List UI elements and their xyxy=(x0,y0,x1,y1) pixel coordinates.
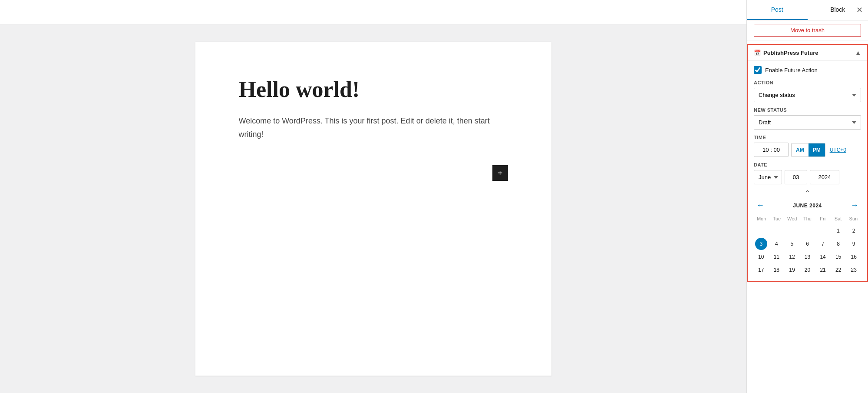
month-select[interactable]: June xyxy=(754,170,782,184)
day-input[interactable] xyxy=(785,170,807,184)
calendar-day[interactable]: 23 xyxy=(848,264,860,276)
time-label: TIME xyxy=(754,135,861,140)
move-to-trash-button[interactable]: Move to trash xyxy=(754,24,861,37)
calendar-day[interactable]: 16 xyxy=(848,251,860,263)
calendar-day[interactable]: 12 xyxy=(786,251,798,263)
calendar-day[interactable]: 3 xyxy=(755,238,767,250)
calendar-nav: ← JUNE 2024 → xyxy=(754,200,861,211)
editor-area: Hello world! Welcome to WordPress. This … xyxy=(0,0,746,393)
sidebar: Post Block ✕ Move to trash 📅 PublishPres… xyxy=(746,0,868,393)
editor-post: Hello world! Welcome to WordPress. This … xyxy=(195,42,551,376)
ppf-panel-header[interactable]: 📅 PublishPress Future ▲ xyxy=(748,45,867,60)
time-row: AM PM UTC+0 xyxy=(754,143,861,157)
date-label: DATE xyxy=(754,162,861,167)
weekday-sat: Sat xyxy=(830,215,845,222)
add-block-button[interactable]: + xyxy=(492,165,508,181)
enable-row: Enable Future Action xyxy=(754,66,861,74)
ppf-title-text: PublishPress Future xyxy=(763,50,818,56)
post-title: Hello world! xyxy=(239,77,508,102)
am-button[interactable]: AM xyxy=(792,143,809,157)
ppf-collapse-button[interactable]: ▲ xyxy=(855,49,861,56)
calendar-weekdays: Mon Tue Wed Thu Fri Sat Sun xyxy=(754,215,861,222)
utc-link[interactable]: UTC+0 xyxy=(830,147,846,153)
action-select[interactable]: Change status xyxy=(754,88,861,102)
calendar-day[interactable]: 19 xyxy=(786,264,798,276)
calendar-day[interactable]: 11 xyxy=(770,251,782,263)
calendar-days: 1234567891011121314151617181920212223 xyxy=(754,225,861,276)
post-body: Welcome to WordPress. This is your first… xyxy=(239,114,508,141)
tab-post[interactable]: Post xyxy=(747,0,808,20)
calendar-toggle-button[interactable]: ⌃ xyxy=(804,189,811,198)
calendar-month-label: JUNE 2024 xyxy=(793,203,822,209)
enable-label: Enable Future Action xyxy=(765,67,818,73)
calendar-day[interactable]: 7 xyxy=(817,238,829,250)
calendar-next-button[interactable]: → xyxy=(848,200,861,211)
calendar-day[interactable]: 8 xyxy=(832,238,845,250)
calendar-day[interactable]: 4 xyxy=(770,238,782,250)
weekday-sun: Sun xyxy=(846,215,861,222)
ampm-group: AM PM xyxy=(791,143,825,157)
calendar-day[interactable]: 20 xyxy=(801,264,813,276)
editor-content: Hello world! Welcome to WordPress. This … xyxy=(0,24,746,393)
calendar-day[interactable]: 18 xyxy=(770,264,782,276)
weekday-tue: Tue xyxy=(769,215,784,222)
calendar-day[interactable]: 21 xyxy=(817,264,829,276)
ppf-panel-title: 📅 PublishPress Future xyxy=(754,50,818,56)
calendar-day[interactable]: 5 xyxy=(786,238,798,250)
calendar-day[interactable]: 1 xyxy=(832,225,845,237)
time-input[interactable] xyxy=(754,143,789,157)
calendar-toggle: ⌃ xyxy=(754,189,861,198)
calendar-grid: Mon Tue Wed Thu Fri Sat Sun 123456789101… xyxy=(754,215,861,276)
calendar-icon: 📅 xyxy=(754,50,761,56)
calendar-day[interactable]: 2 xyxy=(848,225,860,237)
calendar-day[interactable]: 22 xyxy=(832,264,845,276)
publishpress-future-panel: 📅 PublishPress Future ▲ Enable Future Ac… xyxy=(747,44,868,282)
calendar-day[interactable]: 10 xyxy=(755,251,767,263)
weekday-mon: Mon xyxy=(754,215,769,222)
calendar-day[interactable]: 13 xyxy=(801,251,813,263)
calendar-day[interactable]: 9 xyxy=(848,238,860,250)
action-label: ACTION xyxy=(754,80,861,85)
move-to-trash-area: Move to trash xyxy=(747,20,868,40)
calendar-day[interactable]: 14 xyxy=(817,251,829,263)
calendar-day[interactable]: 17 xyxy=(755,264,767,276)
calendar-prev-button[interactable]: ← xyxy=(754,200,767,211)
weekday-thu: Thu xyxy=(800,215,815,222)
editor-toolbar xyxy=(0,0,746,24)
enable-checkbox[interactable] xyxy=(754,66,762,74)
calendar-day[interactable]: 15 xyxy=(832,251,845,263)
calendar-day[interactable]: 6 xyxy=(801,238,813,250)
sidebar-tabs: Post Block ✕ xyxy=(747,0,868,20)
date-row: June xyxy=(754,170,861,184)
weekday-wed: Wed xyxy=(785,215,800,222)
weekday-fri: Fri xyxy=(815,215,830,222)
new-status-label: NEW STATUS xyxy=(754,107,861,113)
ppf-panel-body: Enable Future Action ACTION Change statu… xyxy=(748,60,867,281)
pm-button[interactable]: PM xyxy=(809,143,825,157)
close-sidebar-button[interactable]: ✕ xyxy=(856,5,863,15)
new-status-select[interactable]: Draft xyxy=(754,115,861,130)
year-input[interactable] xyxy=(810,170,839,184)
calendar: ← JUNE 2024 → Mon Tue Wed Thu Fri Sat Su… xyxy=(754,200,861,276)
